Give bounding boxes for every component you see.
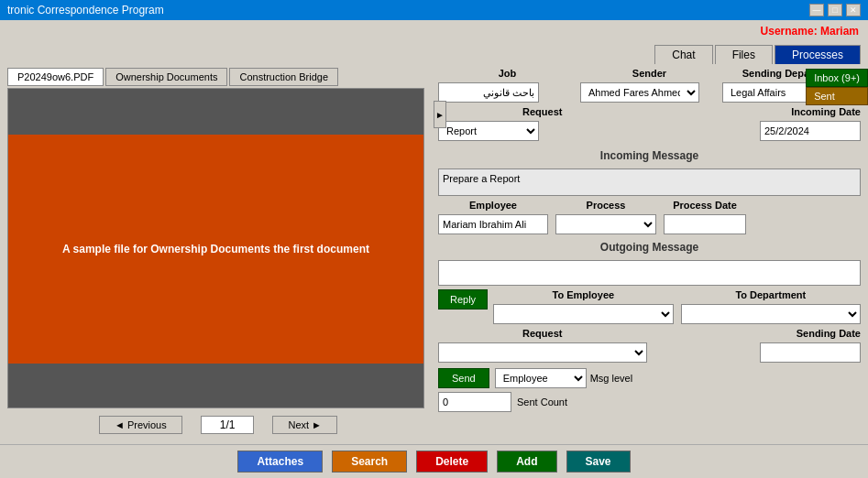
send-button[interactable]: Send	[438, 368, 489, 388]
sent-count-label: Sent Count	[517, 397, 567, 407]
employee-label: Employee	[438, 200, 548, 211]
job-input[interactable]	[438, 82, 539, 103]
process-date-col: Process Date	[664, 200, 746, 234]
sender-row: Job Sender Ahmed Fares Ahmed Sending Dep…	[438, 68, 861, 103]
employee-input[interactable]	[438, 214, 548, 234]
bottom-bar: Attaches Search Delete Add Save	[0, 444, 868, 478]
doc-viewer: A sample file for Ownership Documents th…	[7, 88, 424, 408]
process-label: Process	[555, 200, 656, 211]
process-date-input[interactable]	[664, 214, 746, 234]
page-navigation: ◄ Previous 1/1 Next ►	[7, 416, 429, 434]
inbox-button[interactable]: Inbox (9+)	[806, 69, 868, 87]
process-date-label: Process Date	[664, 200, 746, 211]
outgoing-msg-input[interactable]	[438, 260, 861, 286]
incoming-date-input[interactable]	[760, 121, 861, 141]
collapse-arrow[interactable]: ►	[434, 101, 446, 128]
request2-select[interactable]	[438, 342, 647, 363]
sent-count-row: Sent Count	[438, 392, 861, 412]
to-row: To Employee To Department	[493, 289, 861, 324]
add-button[interactable]: Add	[497, 451, 556, 473]
to-employee-label: To Employee	[493, 289, 673, 300]
sending-date-input[interactable]	[760, 342, 861, 363]
username-label: Username: Mariam	[761, 25, 859, 38]
doc-body-text: A sample file for Ownership Documents th…	[62, 242, 369, 257]
app-title: tronic Correspondence Program	[7, 4, 164, 16]
left-panel: P20249ow6.PDF Ownership Documents Constr…	[7, 68, 429, 454]
employee-col: Employee	[438, 200, 548, 234]
window-controls: — □ ✕	[809, 4, 861, 16]
inbox-panel: Inbox (9+) Sent	[806, 69, 868, 105]
minimize-button[interactable]: —	[809, 4, 824, 16]
to-employee-col: To Employee	[493, 289, 673, 324]
delete-button[interactable]: Delete	[416, 451, 488, 473]
tab-processes[interactable]: Processes	[775, 45, 861, 64]
to-dept-select[interactable]	[681, 304, 861, 324]
username-bar: Username: Mariam	[0, 20, 868, 41]
nav-tabs: Chat Files Processes	[0, 41, 868, 64]
doc-tabs: P20249ow6.PDF Ownership Documents Constr…	[7, 68, 429, 86]
employee-level-select[interactable]: Employee	[495, 368, 587, 388]
reply-section: Reply To Employee To Department	[438, 289, 861, 324]
main-content: P20249ow6.PDF Ownership Documents Constr…	[0, 64, 868, 458]
tab-chat[interactable]: Chat	[654, 45, 712, 64]
incoming-date-label: Incoming Date	[791, 106, 861, 117]
save-button[interactable]: Save	[566, 451, 631, 473]
doc-tab-ownership[interactable]: Ownership Documents	[105, 68, 227, 86]
tab-files[interactable]: Files	[715, 45, 773, 64]
request-row: Request Report Incoming Date	[438, 106, 861, 141]
process-col: Process	[555, 200, 656, 234]
send-row: Send Employee Msg level	[438, 368, 861, 388]
doc-body: A sample file for Ownership Documents th…	[8, 135, 423, 364]
outgoing-msg-header: Outgoing Message	[438, 241, 861, 254]
sent-button[interactable]: Sent	[806, 87, 868, 105]
sending-date-label: Sending Date	[797, 328, 861, 339]
job-label: Job	[438, 68, 577, 79]
doc-tab-bridge[interactable]: Construction Bridge	[229, 68, 338, 86]
right-panel: Job Sender Ahmed Fares Ahmed Sending Dep…	[434, 68, 861, 454]
close-button[interactable]: ✕	[846, 4, 861, 16]
incoming-msg-header: Incoming Message	[438, 149, 861, 162]
attaches-button[interactable]: Attaches	[237, 451, 323, 473]
doc-tab-pdf[interactable]: P20249ow6.PDF	[7, 68, 104, 86]
sender-col: Sender Ahmed Fares Ahmed	[580, 68, 719, 103]
sender-select[interactable]: Ahmed Fares Ahmed	[580, 82, 699, 103]
msg-level-label: Msg level	[590, 373, 632, 384]
sender-label: Sender	[580, 68, 719, 79]
title-bar: tronic Correspondence Program — □ ✕	[0, 0, 868, 20]
prev-button[interactable]: ◄ Previous	[99, 416, 182, 434]
doc-header	[8, 89, 423, 135]
request2-row: Request Sending Date	[438, 328, 861, 363]
request-label: Request	[438, 106, 647, 117]
reply-button[interactable]: Reply	[438, 289, 488, 310]
to-dept-col: To Department	[681, 289, 861, 324]
job-col: Job	[438, 68, 577, 103]
next-button[interactable]: Next ►	[272, 416, 337, 434]
request2-label: Request	[438, 328, 647, 339]
sent-count-input[interactable]	[438, 392, 511, 412]
maximize-button[interactable]: □	[828, 4, 842, 16]
process-select[interactable]	[555, 214, 656, 234]
request-select[interactable]: Report	[438, 121, 539, 141]
doc-footer	[8, 364, 423, 408]
to-dept-label: To Department	[681, 289, 861, 300]
to-employee-select[interactable]	[493, 304, 673, 324]
incoming-msg-area: Prepare a Report	[438, 168, 861, 196]
search-button[interactable]: Search	[332, 451, 407, 473]
process-row: Employee Process Process Date	[438, 200, 861, 234]
page-number: 1/1	[201, 416, 255, 434]
